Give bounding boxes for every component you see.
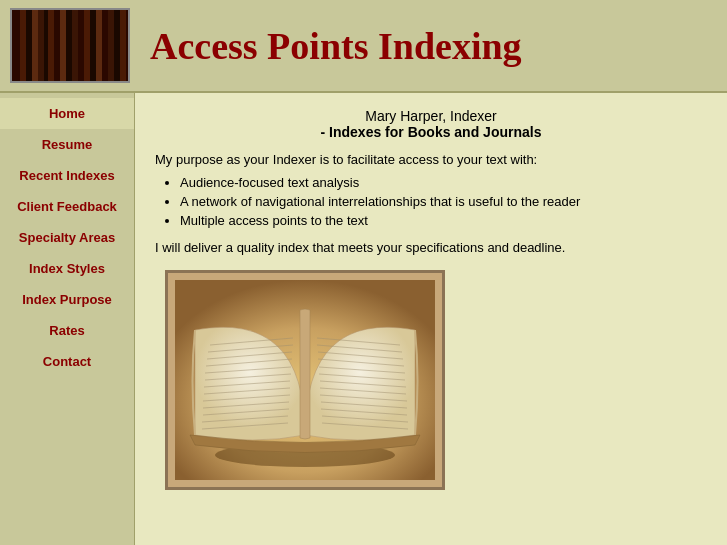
subtitle-line1: Mary Harper, Indexer xyxy=(155,108,707,124)
main-content: Mary Harper, Indexer - Indexes for Books… xyxy=(135,93,727,545)
bookshelf-image xyxy=(10,8,130,83)
list-item: Multiple access points to the text xyxy=(180,213,707,228)
site-title: Access Points Indexing xyxy=(130,24,522,68)
sidebar-nav: Home Resume Recent Indexes Client Feedba… xyxy=(0,93,135,545)
sidebar-item-resume[interactable]: Resume xyxy=(0,129,134,160)
sidebar-item-contact[interactable]: Contact xyxy=(0,346,134,377)
page-header: Access Points Indexing xyxy=(0,0,727,93)
sidebar-item-recent-indexes[interactable]: Recent Indexes xyxy=(0,160,134,191)
closing-text: I will deliver a quality index that meet… xyxy=(155,240,707,255)
sidebar-item-specialty-areas[interactable]: Specialty Areas xyxy=(0,222,134,253)
bullet-list: Audience-focused text analysis A network… xyxy=(155,175,707,228)
sidebar-item-index-styles[interactable]: Index Styles xyxy=(0,253,134,284)
sidebar-item-client-feedback[interactable]: Client Feedback xyxy=(0,191,134,222)
main-layout: Home Resume Recent Indexes Client Feedba… xyxy=(0,93,727,545)
book-svg-illustration xyxy=(175,280,435,480)
content-subtitle: Mary Harper, Indexer - Indexes for Books… xyxy=(155,108,707,140)
sidebar-item-index-purpose[interactable]: Index Purpose xyxy=(0,284,134,315)
sidebar-item-home[interactable]: Home xyxy=(0,98,134,129)
list-item: A network of navigational interrelations… xyxy=(180,194,707,209)
subtitle-line2: - Indexes for Books and Journals xyxy=(155,124,707,140)
intro-text: My purpose as your Indexer is to facilit… xyxy=(155,152,707,167)
book-image xyxy=(165,270,445,490)
sidebar-item-rates[interactable]: Rates xyxy=(0,315,134,346)
list-item: Audience-focused text analysis xyxy=(180,175,707,190)
